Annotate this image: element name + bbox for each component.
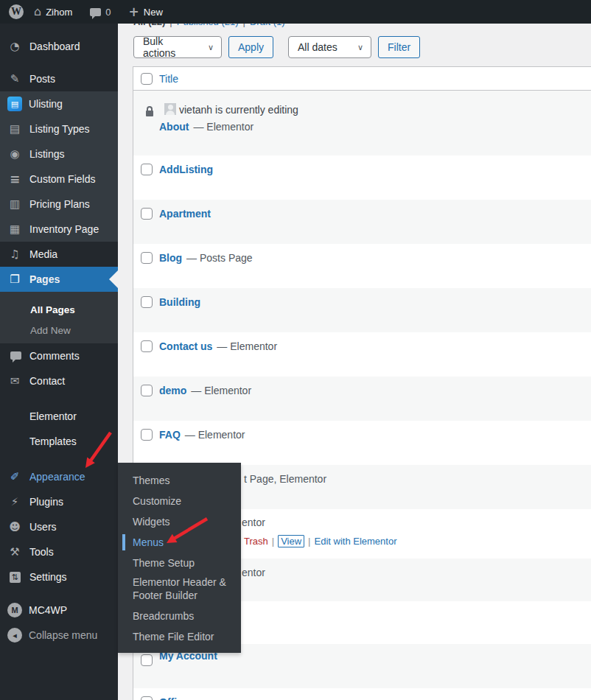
tools-wrench-icon: ⚒ [7, 547, 23, 558]
row-checkbox[interactable] [141, 296, 153, 308]
page-title-link[interactable]: demo— Elementor [159, 385, 251, 396]
sidebar-item-pricing-plans[interactable]: ▥ Pricing Plans [0, 192, 118, 217]
table-row: FAQ— Elementor [133, 421, 591, 465]
plus-icon: + [129, 6, 139, 18]
view-link-focused[interactable]: View [278, 535, 304, 547]
user-icon: ☻ [7, 522, 23, 533]
appearance-flyout-menu: Themes Customize Widgets Menus Theme Set… [118, 463, 241, 653]
row-checkbox[interactable] [141, 208, 153, 220]
edit-with-elementor-link[interactable]: Edit with Elementor [314, 536, 396, 547]
page-title-link[interactable]: Blog— Posts Page [159, 252, 253, 264]
flyout-item-breadcrumbs[interactable]: Breadcrumbs [118, 606, 241, 626]
editing-notice: vietanh is currently editing [179, 104, 298, 116]
admin-sidebar: ◔ Dashboard ✎ Posts ▤ Ulisting ▤ Listing… [0, 24, 118, 700]
sidebar-item-settings[interactable]: ⇅ Settings [0, 564, 118, 589]
sidebar-item-plugins[interactable]: ⚡ Plugins [0, 489, 118, 514]
page-title-fragment: t Page, Elementor [244, 473, 326, 485]
comments-menu[interactable]: 0 [90, 7, 111, 18]
flyout-item-customize[interactable]: Customize [118, 491, 241, 511]
table-row: Apartment [133, 200, 591, 244]
mc4wp-icon: M [7, 603, 22, 617]
chevron-down-icon: ∨ [357, 43, 363, 52]
sidebar-item-listing-types[interactable]: ▤ Listing Types [0, 116, 118, 141]
title-column-header[interactable]: Title [159, 73, 178, 85]
wordpress-logo-icon[interactable]: W [9, 4, 24, 19]
admin-bar: W ⌂ Zihom 0 + New [0, 0, 591, 24]
sidebar-item-mc4wp[interactable]: M MC4WP [0, 598, 118, 623]
sidebar-item-custom-fields[interactable]: ≡ Custom Fields [0, 167, 118, 192]
sidebar-item-pages[interactable]: ❐ Pages [0, 267, 118, 292]
page-title-link[interactable]: Office [159, 696, 189, 700]
dashboard-icon: ◔ [7, 41, 23, 52]
row-checkbox[interactable] [141, 340, 153, 352]
sidebar-item-comments[interactable]: Comments [0, 343, 118, 368]
table-row: demo— Elementor [133, 377, 591, 421]
sidebar-item-inventory-page[interactable]: ▦ Inventory Page [0, 217, 118, 242]
table-row: Office [133, 688, 591, 700]
page-title-link[interactable]: AddListing [159, 164, 217, 175]
ulisting-icon: ▤ [7, 97, 22, 111]
comments-bubble-icon [90, 8, 101, 16]
lock-icon [146, 111, 153, 116]
site-name-menu[interactable]: ⌂ Zihom [34, 6, 72, 18]
trash-link[interactable]: Trash [244, 536, 268, 547]
apply-button[interactable]: Apply [228, 36, 273, 58]
table-header: Title [133, 67, 591, 91]
appearance-brush-icon: ✐ [7, 472, 23, 483]
submenu-item-all-pages[interactable]: All Pages [0, 299, 118, 320]
sidebar-item-collapse-menu[interactable]: ◂ Collapse menu [0, 623, 118, 648]
page-title-link[interactable]: FAQ— Elementor [159, 429, 245, 441]
comment-count: 0 [105, 7, 111, 18]
new-content-menu[interactable]: + New [129, 6, 163, 18]
page-title-link[interactable]: Apartment [159, 208, 215, 220]
collapse-arrow-icon: ◂ [7, 628, 22, 643]
flyout-item-widgets[interactable]: Widgets [118, 511, 241, 532]
flyout-item-theme-file-editor[interactable]: Theme File Editor [118, 626, 241, 647]
bulk-actions-select[interactable]: Bulk actions ∨ [133, 36, 222, 58]
sidebar-item-posts[interactable]: ✎ Posts [0, 66, 118, 91]
flyout-item-elementor-header-footer-builder[interactable]: Elementor Header & Footer Builder [118, 573, 241, 606]
sidebar-item-dashboard[interactable]: ◔ Dashboard [0, 34, 118, 59]
page-title-link[interactable]: Contact us— Elementor [159, 340, 277, 352]
table-row: AddListing [133, 155, 591, 200]
inventory-grid-icon: ▦ [7, 224, 23, 235]
sidebar-item-ulisting[interactable]: ▤ Ulisting [0, 91, 118, 116]
table-row: Contact us— Elementor [133, 332, 591, 377]
sidebar-item-media[interactable]: ♫ Media [0, 242, 118, 267]
settings-sliders-icon: ⇅ [7, 572, 23, 583]
page-title-fragment: entor [242, 567, 265, 578]
row-checkbox[interactable] [141, 696, 153, 700]
page-title-link[interactable]: Building [159, 296, 205, 308]
row-checkbox[interactable] [141, 654, 153, 666]
sidebar-item-listings[interactable]: ◉ Listings [0, 141, 118, 167]
comments-bubble-icon [7, 351, 23, 362]
row-checkbox[interactable] [141, 252, 153, 264]
row-checkbox[interactable] [141, 164, 153, 175]
table-row-about-locked: vietanh is currently editing About— Elem… [133, 91, 591, 155]
row-checkbox[interactable] [141, 429, 153, 441]
sidebar-item-contact[interactable]: ✉ Contact [0, 368, 118, 393]
sidebar-item-appearance[interactable]: ✐ Appearance [0, 464, 118, 489]
chevron-down-icon: ∨ [208, 43, 214, 52]
sidebar-item-tools[interactable]: ⚒ Tools [0, 539, 118, 564]
custom-fields-icon: ≡ [7, 173, 23, 186]
table-row: Blog— Posts Page [133, 244, 591, 288]
flyout-item-theme-setup[interactable]: Theme Setup [118, 553, 241, 573]
sidebar-item-elementor[interactable]: Elementor [0, 404, 118, 429]
page-title-link[interactable]: About— Elementor [159, 121, 253, 133]
pages-icon: ❐ [7, 274, 23, 285]
select-all-checkbox[interactable] [141, 73, 153, 85]
sidebar-item-users[interactable]: ☻ Users [0, 514, 118, 539]
submenu-item-add-new[interactable]: Add New [0, 320, 118, 340]
flyout-item-menus[interactable]: Menus [118, 532, 241, 553]
row-checkbox[interactable] [141, 385, 153, 396]
filter-button[interactable]: Filter [378, 36, 420, 58]
sidebar-item-templates[interactable]: Templates [0, 429, 118, 454]
pages-submenu: All Pages Add New [0, 292, 118, 343]
home-icon: ⌂ [34, 6, 41, 18]
flyout-item-themes[interactable]: Themes [118, 470, 241, 491]
avatar [164, 103, 176, 115]
all-dates-select[interactable]: All dates ∨ [288, 36, 371, 58]
row-actions: Trash|View|Edit with Elementor [244, 536, 396, 547]
page-title-fragment: entor [242, 517, 265, 528]
